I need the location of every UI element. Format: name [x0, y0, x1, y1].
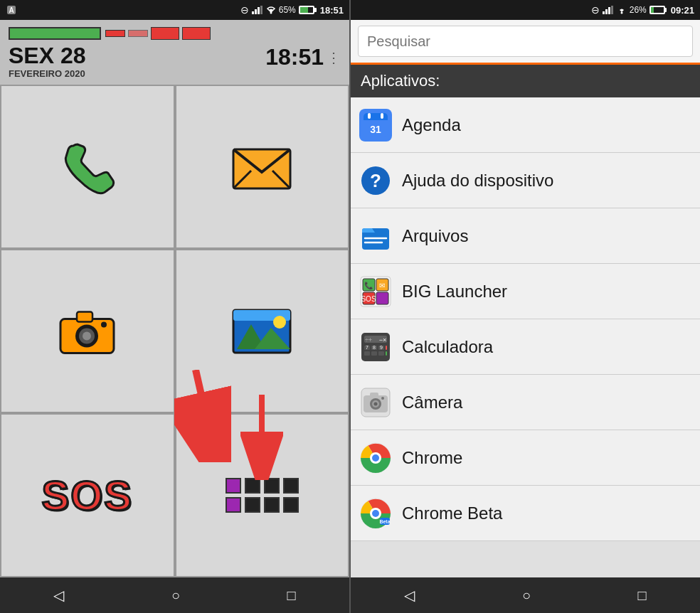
list-item-agenda[interactable]: 31 Agenda [351, 97, 700, 153]
signal-icon [252, 6, 263, 14]
recent-button-right[interactable]: □ [624, 582, 661, 609]
date-sub: FEVEREIRO 2020 [9, 68, 86, 79]
svg-rect-54 [371, 351, 377, 356]
svg-point-15 [101, 322, 107, 328]
home-button-left[interactable]: ○ [157, 582, 194, 609]
app-cell-phone[interactable] [0, 85, 175, 249]
battery-percent-left: 65% [279, 5, 296, 15]
battery-icon-left [299, 6, 314, 14]
label-biglauncher: BIG Launcher [402, 282, 507, 302]
app-cell-camera[interactable] [0, 249, 175, 413]
left-phone-panel: A ⊖ 65% 18:51 [0, 0, 349, 613]
app-grid: SOS [0, 85, 349, 577]
time-right: 09:21 [671, 5, 694, 16]
gallery-icon [230, 306, 294, 356]
icon-arquivos [359, 220, 392, 252]
files-svg [361, 221, 391, 251]
icon-biglauncher: 📞 ✉ SOS [359, 275, 392, 308]
svg-rect-24 [605, 9, 608, 14]
search-container [351, 20, 700, 65]
svg-rect-44 [376, 292, 388, 304]
label-arquivos: Arquivos [402, 226, 468, 246]
list-item-biglauncher[interactable]: 📞 ✉ SOS BIG Launcher [351, 264, 700, 319]
svg-text:Beta: Beta [379, 519, 390, 524]
drawer-cell-8 [283, 497, 299, 513]
calc-svg: −× ÷+ 7 8 9 [360, 331, 391, 363]
chromebeta-svg: Beta [360, 498, 391, 529]
svg-text:📞: 📞 [364, 281, 373, 290]
recent-button-left[interactable]: □ [273, 582, 310, 609]
svg-rect-5 [260, 6, 262, 14]
battery-fill-left [300, 7, 309, 13]
svg-point-70 [372, 454, 379, 462]
list-item-ajuda[interactable]: ? Ajuda do dispositivo [351, 153, 700, 208]
drawer-cell-5 [226, 497, 241, 513]
red-dash-4 [182, 27, 211, 40]
svg-text:8: 8 [373, 345, 376, 350]
drawer-cell-6 [245, 497, 260, 513]
label-chromebeta: Chrome Beta [402, 503, 502, 523]
svg-rect-31 [368, 113, 371, 119]
help-svg: ? [361, 166, 391, 196]
svg-rect-32 [381, 113, 383, 119]
minus-icon-right: ⊖ [591, 4, 600, 16]
list-item-chromebeta[interactable]: Beta Chrome Beta [351, 486, 700, 541]
camera-app-svg [360, 387, 391, 418]
biglauncher-svg: 📞 ✉ SOS [360, 276, 391, 307]
list-item-chrome[interactable]: Chrome [351, 430, 700, 486]
icon-chrome [359, 442, 392, 474]
svg-rect-23 [603, 11, 605, 14]
red-battery-dashes [105, 27, 211, 40]
drawer-cell-1 [226, 478, 241, 494]
svg-rect-30 [364, 117, 388, 120]
drawer-cell-4 [283, 478, 299, 494]
app-cell-mail[interactable] [175, 85, 350, 249]
red-dash-2 [128, 30, 148, 37]
nav-bar-left: ◁ ○ □ [0, 577, 349, 613]
search-input[interactable] [358, 26, 693, 57]
svg-rect-3 [255, 9, 257, 14]
svg-text:31: 31 [370, 124, 381, 135]
status-right-icons: ⊖ 65% 18:51 [240, 4, 344, 16]
battery-icon-right [649, 6, 665, 14]
chrome-svg [360, 442, 391, 474]
status-left-icons: A [6, 4, 17, 16]
section-header: Aplicativos: [351, 65, 700, 97]
svg-text:?: ? [370, 170, 381, 191]
widget-area: SEX 28 FEVEREIRO 2020 18:51 ⋮ [0, 20, 349, 85]
svg-text:÷+: ÷+ [365, 336, 372, 343]
label-chrome: Chrome [402, 448, 462, 468]
svg-rect-52 [386, 346, 387, 350]
label-camera: Câmera [402, 393, 462, 412]
list-item-camera[interactable]: Câmera [351, 375, 700, 430]
icon-ajuda: ? [359, 164, 392, 197]
section-header-label: Aplicativos: [361, 72, 440, 90]
list-item-calculadora[interactable]: −× ÷+ 7 8 9 Calculadora [351, 319, 700, 375]
home-button-right[interactable]: ○ [508, 582, 545, 609]
date-display: SEX 28 [9, 44, 86, 67]
back-button-right[interactable]: ◁ [390, 581, 429, 609]
svg-text:−×: −× [379, 336, 387, 343]
date-column: SEX 28 FEVEREIRO 2020 [9, 44, 86, 79]
time-display-widget: 18:51 ⋮ [265, 44, 341, 70]
back-button-left[interactable]: ◁ [39, 581, 78, 609]
svg-point-27 [620, 12, 622, 14]
camera-icon [57, 304, 117, 358]
battery-bar-widget [9, 27, 341, 40]
app-cell-gallery[interactable] [175, 249, 350, 413]
red-dash-1 [105, 30, 125, 37]
svg-text:SOS: SOS [361, 295, 376, 303]
svg-rect-4 [258, 7, 260, 14]
svg-rect-55 [378, 351, 384, 356]
icon-camera [359, 386, 392, 419]
svg-rect-11 [77, 312, 92, 322]
app-cell-sos[interactable]: SOS [0, 413, 175, 577]
red-arrow-container [240, 395, 283, 483]
wifi-icon-right [617, 6, 627, 14]
list-item-arquivos[interactable]: Arquivos [351, 208, 700, 264]
menu-dots[interactable]: ⋮ [327, 49, 341, 66]
notification-icon: A [6, 4, 17, 16]
signal-icon-right [603, 6, 614, 14]
battery-nub [664, 8, 667, 12]
svg-text:A: A [9, 6, 14, 14]
